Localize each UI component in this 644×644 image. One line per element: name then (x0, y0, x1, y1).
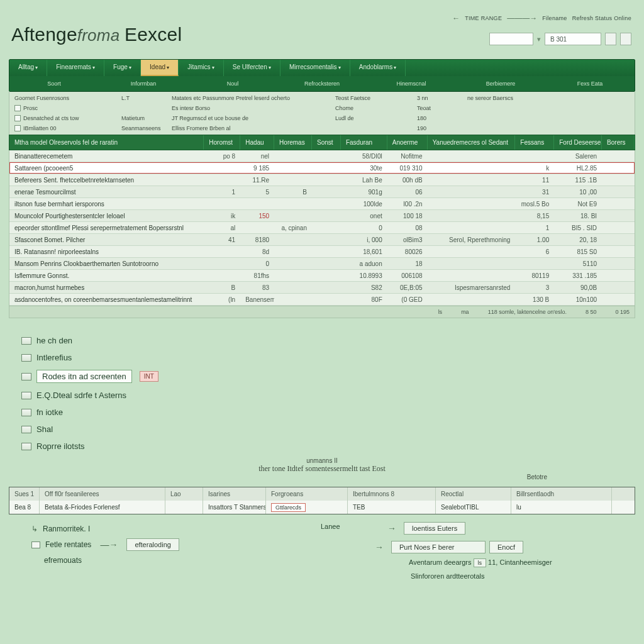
cell: 10.8993 (341, 272, 387, 279)
sheet-header-1[interactable]: Off fl0r fseanilerees (40, 487, 165, 501)
ribbon-tab-2[interactable]: Fuge (104, 60, 141, 76)
strip-row-3: IBmliatten 00SeanmanseensElliss Fromere … (9, 123, 635, 133)
sheet-cell-1[interactable]: Betata &-Friodes Forlenesf (40, 501, 165, 514)
cell: 815 S0 (554, 248, 602, 255)
top-square-button[interactable] (605, 33, 616, 45)
ribbon-tab-5[interactable]: Se Ulfercten (224, 60, 280, 76)
cell: 11.Re (240, 177, 274, 184)
sheet-cell-7[interactable]: lu (511, 501, 612, 514)
cell: 8180 (240, 236, 274, 243)
cell: iltsnon fuse bermhart iersporons (9, 201, 204, 208)
flow-down1-tag0[interactable]: ls (474, 558, 487, 567)
table-row[interactable]: Mouncolof Pourtighestersentcler Ieloaeli… (9, 210, 635, 222)
table-row[interactable]: enerae Tesmourcilmst15B901g063110 ,00 (9, 186, 635, 198)
col-header-5[interactable]: Fasduran (341, 135, 387, 150)
sheet-header-3[interactable]: Isarines (203, 487, 266, 501)
nav-item-3[interactable]: E.Q.Dteal sdrfe t Asterns (21, 387, 635, 404)
table-row[interactable]: Befereers Sent. fhetccelbetnretektarnset… (9, 174, 635, 186)
table-row[interactable]: epeorder sttontllmef Plessi serepermetra… (9, 222, 635, 234)
flow-node-1[interactable]: Fetle rentates —→ efteraloding (31, 536, 635, 553)
cell: asdanocentofres, on coreenbemarsesmuenta… (9, 296, 204, 303)
cell: Ispesmarersanrsted (428, 284, 516, 291)
table-row[interactable]: asdanocentofres, on coreenbemarsesmuenta… (9, 294, 635, 306)
sheet-header-5[interactable]: Ibertulmnons 8 (348, 487, 436, 501)
ribbon-tab-4[interactable]: Jitamics (179, 60, 223, 76)
sheet-header-7[interactable]: Billrsentlaodh (511, 487, 612, 501)
cell: 5 (240, 189, 274, 196)
checkbox-icon[interactable] (14, 105, 21, 111)
col-header-0[interactable]: Mtha model Olreservols fel de raratin (9, 135, 204, 150)
flow-right-top[interactable]: loentiss Euters (404, 522, 465, 535)
flow-tag-1[interactable]: efteraloding (126, 538, 179, 551)
col-header-2[interactable]: Hadau (240, 135, 274, 150)
col-header-10[interactable]: Borers (602, 135, 635, 150)
flow-down1: Aventarum deeargrs (409, 558, 471, 566)
cell: 0E,B:05 (387, 284, 428, 291)
cell: Saleren (554, 153, 602, 160)
col-header-7[interactable]: Yanuedremecres ol Sedant (428, 135, 516, 150)
cell: 83 (240, 284, 274, 291)
cell: i, 000 (341, 236, 387, 243)
sheet-cell-2[interactable] (165, 501, 203, 514)
nav-item-0[interactable]: he ch den (21, 332, 635, 349)
col-header-6[interactable]: Anoerme (387, 135, 428, 150)
folder-icon (21, 426, 31, 433)
nav-item-4[interactable]: fn iotke (21, 404, 635, 421)
checkbox-icon[interactable] (14, 115, 21, 121)
ribbon-tab-0[interactable]: Alltag (9, 60, 47, 76)
table-row[interactable]: IB. Ratanasnn! nirporleestalns8d18,60180… (9, 246, 635, 258)
folder-icon (21, 443, 31, 450)
sheet-header-6[interactable]: Reoctlal (436, 487, 511, 501)
table-row[interactable]: macron,hurnst hurmebesB83S820E,B:05Ispes… (9, 282, 635, 294)
col-header-9[interactable]: Ford Deseerses (554, 135, 602, 150)
table-row[interactable]: Mansom Penrins Clookbaerthemarten Suntot… (9, 258, 635, 270)
table-row[interactable]: Sfasconet Bomet. Pilcher418180i, 000olBi… (9, 234, 635, 246)
nav-item-2[interactable]: Rodes itn ad screentenINT (21, 366, 635, 387)
cell: 9 185 (240, 165, 274, 172)
nav-item-label: he ch den (36, 336, 72, 345)
col-header-1[interactable]: Horomst (204, 135, 240, 150)
cell: a aduon (341, 260, 387, 267)
table-row[interactable]: Sattareen (pcooeen59 18530te019 310kHL2.… (9, 162, 635, 174)
ribbon-tab-6[interactable]: Mirrecsomentalis (280, 60, 350, 76)
sheet-cell-3[interactable]: Insattors T Stanmers (203, 501, 266, 514)
sheet-cell-4[interactable]: Gttlarecds (266, 501, 348, 514)
cell: 1 (515, 225, 554, 231)
nav-item-1[interactable]: Intlerefius (21, 349, 635, 366)
cell: B (274, 189, 312, 196)
flow-right-mid-tag[interactable]: Enocf (489, 541, 523, 553)
sheet-header-2[interactable]: Lao (165, 487, 203, 501)
cell: 11 (515, 177, 554, 184)
flow-right-mid[interactable]: Purt Noes F berer (391, 541, 486, 553)
top-square-button-2[interactable] (620, 33, 631, 45)
sheet-header-4[interactable]: Forgroeans (266, 487, 348, 501)
ribbon-tab-3[interactable]: Idead (141, 60, 179, 76)
cell: 58/DI0l (341, 153, 387, 160)
cell: 18,601 (341, 248, 387, 255)
nav-back-arrow[interactable]: ← (452, 14, 460, 23)
top-input-a[interactable] (489, 33, 533, 45)
checkbox-icon[interactable] (14, 125, 21, 131)
top-input-b[interactable] (545, 33, 601, 45)
nav-item-5[interactable]: Shal (21, 421, 635, 438)
ribbon-tab-7[interactable]: Andoblarms (350, 60, 406, 76)
sheet-header-0[interactable]: Sues 1 (9, 487, 40, 501)
col-header-8[interactable]: Fessans (515, 135, 554, 150)
summary-c: 118 somle, laktencelne on'eslo. (488, 309, 567, 315)
table-row[interactable]: iltsnon fuse bermhart iersporons100ldel0… (9, 198, 635, 210)
cell: k (515, 165, 554, 172)
strip-row-1: ProscEs intesr BorsoChomeTeoat (9, 103, 635, 113)
ribbon-tab-1[interactable]: Finearemats (47, 60, 104, 76)
nav-item-6[interactable]: Roprre ilotsts (21, 438, 635, 455)
sheet-cell-6[interactable]: SealebotTIBL (436, 501, 511, 514)
cell: 331 .185 (554, 272, 602, 279)
cell: Sfasconet Bomet. Pilcher (9, 236, 204, 243)
table-row[interactable]: Isflemmure Gonnst.81fhs10.89930061088011… (9, 270, 635, 282)
nav-fwd-arrow[interactable]: ———→ (507, 14, 537, 23)
col-header-3[interactable]: Horemas (274, 135, 312, 150)
table-row[interactable]: Binanatterecemetempo 8nel58/DI0lNofitmeS… (9, 150, 635, 162)
col-header-4[interactable]: Sonst (312, 135, 341, 150)
sheet-cell-5[interactable]: TEB (348, 501, 436, 514)
top-label-status: Refresh Status Online (572, 15, 631, 21)
sheet-cell-0[interactable]: Bea 8 (9, 501, 40, 514)
